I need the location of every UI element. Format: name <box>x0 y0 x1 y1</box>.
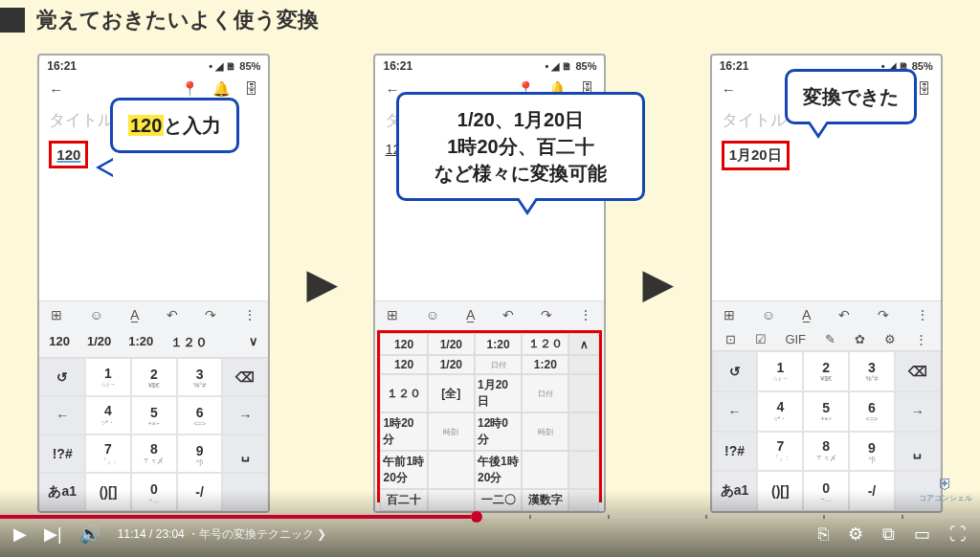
fullscreen-button[interactable]: ⛶ <box>949 524 967 545</box>
key[interactable]: 4○*・ <box>757 391 803 432</box>
captions-button[interactable]: ⎘ <box>818 524 829 545</box>
typed-text-box: 120 <box>49 141 88 168</box>
result-text-box: 1月20日 <box>722 141 790 170</box>
settings-button[interactable]: ⚙ <box>848 524 863 545</box>
candidate-cell[interactable]: 1/20 <box>428 333 475 355</box>
key[interactable]: → <box>895 391 941 432</box>
key[interactable]: 6<=> <box>849 391 895 432</box>
kb-grid-icon[interactable]: ⊞ <box>47 305 66 324</box>
key[interactable]: 2¥$€ <box>803 351 849 391</box>
key[interactable]: 3%°# <box>177 358 223 396</box>
candidate-cell[interactable]: 午前1時20分 <box>380 451 427 489</box>
candidate-expand[interactable]: ∨ <box>245 332 262 353</box>
candidate-cell[interactable]: ∧ <box>568 333 599 355</box>
pin-icon[interactable]: 📍 <box>181 80 199 98</box>
slide-title: 覚えておきたいよく使う変換 <box>36 6 319 34</box>
key[interactable]: 3%°# <box>849 351 895 391</box>
key[interactable]: 7「」: <box>757 432 803 472</box>
key[interactable]: ← <box>39 396 85 434</box>
candidate-cell[interactable] <box>568 412 599 451</box>
candidate-cell[interactable] <box>568 451 599 489</box>
candidate-cell[interactable] <box>522 451 568 489</box>
miniplayer-button[interactable]: ⧉ <box>882 524 895 545</box>
candidate-cell[interactable]: 1:20 <box>475 333 522 355</box>
candidate-cell[interactable]: 1時20分 <box>380 412 427 451</box>
candidate[interactable]: １２０ <box>167 332 212 353</box>
kb-clip-icon[interactable]: ☑ <box>755 332 767 346</box>
key[interactable]: 2¥$€ <box>131 358 177 396</box>
candidate[interactable]: 1:20 <box>124 332 157 353</box>
kb-app-icon[interactable]: ⊡ <box>725 332 736 346</box>
key[interactable]: 1☆♪→ <box>85 358 131 396</box>
key[interactable]: 5+×÷ <box>131 396 177 434</box>
theater-button[interactable]: ▭ <box>914 524 930 545</box>
archive-icon[interactable]: 🗄 <box>244 80 258 98</box>
next-button[interactable]: ▶| <box>44 524 62 545</box>
key[interactable]: ↺ <box>39 358 85 396</box>
key[interactable]: ↺ <box>712 351 758 391</box>
youtube-controls: ▶ ▶| 🔊 11:14 / 23:04 ・年号の変換テクニック ❯ ⎘ ⚙ ⧉… <box>0 511 980 557</box>
candidate-cell[interactable]: 日付 <box>522 374 568 412</box>
back-icon[interactable]: ← <box>49 81 63 98</box>
arrow-1: ▶ <box>307 261 337 305</box>
kb-gear-icon[interactable]: ⚙ <box>884 332 896 346</box>
candidate-cell[interactable]: 1月20日 <box>475 374 522 412</box>
candidates-expanded: 1201/201:20１２０∧1201/20日付1:20１２０[全]1月20日日… <box>377 330 602 502</box>
key[interactable]: ← <box>712 391 758 432</box>
key[interactable]: → <box>222 396 268 434</box>
kb-emoji-icon[interactable]: ☺ <box>85 305 106 324</box>
arrow-2: ▶ <box>643 261 673 305</box>
status-time: 16:21 <box>720 59 749 73</box>
volume-button[interactable]: 🔊 <box>79 524 100 545</box>
key[interactable]: 9^|\ <box>849 432 895 472</box>
candidate[interactable]: 120 <box>45 332 74 353</box>
kb-more-icon[interactable]: ⋮ <box>915 332 927 346</box>
kb-gif-icon[interactable]: GIF <box>785 332 806 346</box>
candidate-cell[interactable]: １２０ <box>380 374 427 412</box>
candidate-cell[interactable]: 日付 <box>475 355 522 374</box>
key[interactable]: ␣ <box>895 432 941 472</box>
candidate-cell[interactable]: 120 <box>380 355 427 374</box>
key[interactable]: ⌫ <box>895 351 941 391</box>
candidate-cell[interactable]: １２０ <box>522 333 568 355</box>
candidate-cell[interactable]: 時刻 <box>428 412 475 451</box>
keyboard-3: ⊞ ☺ A̲ ↶ ↷ ⋮ ⊡ ☑ GIF ✎ ✿ ⚙ ⋮ ↺1☆♪→2¥$€3%… <box>712 301 941 511</box>
key[interactable]: !?# <box>39 434 85 473</box>
keyboard-2: ⊞ ☺ A̲ ↶ ↷ ⋮ 1201/201:20１２０∧1201/20日付1:2… <box>375 301 604 511</box>
candidate[interactable]: 1/20 <box>83 332 115 353</box>
key[interactable]: 7「」: <box>85 434 131 473</box>
title-decoration <box>0 8 25 33</box>
play-button[interactable]: ▶ <box>13 524 27 545</box>
back-icon[interactable]: ← <box>722 81 736 98</box>
candidate-cell[interactable]: 時刻 <box>522 412 568 451</box>
candidate-cell[interactable] <box>568 355 599 374</box>
key[interactable]: 6<=> <box>177 396 223 434</box>
key[interactable]: !?# <box>712 432 758 472</box>
key[interactable]: 9^|\ <box>177 434 223 473</box>
kb-flower-icon[interactable]: ✿ <box>855 332 865 346</box>
candidate-cell[interactable]: [全] <box>428 374 475 412</box>
candidate-cell[interactable]: 12時0分 <box>475 412 522 451</box>
kb-redo-icon[interactable]: ↷ <box>201 305 220 324</box>
kb-more-icon[interactable]: ⋮ <box>239 305 260 324</box>
key[interactable]: 4○*・ <box>85 396 131 434</box>
candidate-cell[interactable] <box>568 374 599 412</box>
status-time: 16:21 <box>47 59 77 73</box>
key[interactable]: 5+×÷ <box>803 391 849 432</box>
key[interactable]: 8〒々〆 <box>803 432 849 472</box>
candidate-cell[interactable]: 1/20 <box>428 355 475 374</box>
key[interactable]: 8〒々〆 <box>131 434 177 473</box>
key[interactable]: ␣ <box>222 434 268 473</box>
candidate-cell[interactable]: 120 <box>380 333 427 355</box>
callout-3: 変換できた <box>785 69 917 124</box>
key[interactable]: ⌫ <box>222 358 268 396</box>
key[interactable]: 1☆♪→ <box>757 351 803 391</box>
candidate-cell[interactable] <box>428 451 475 489</box>
kb-undo-icon[interactable]: ↶ <box>163 305 182 324</box>
candidate-cell[interactable]: 午後1時20分 <box>475 451 522 489</box>
bell-icon[interactable]: 🔔 <box>212 80 231 98</box>
candidate-cell[interactable]: 1:20 <box>522 355 568 374</box>
kb-format-icon[interactable]: A̲ <box>126 305 144 324</box>
kb-pen-icon[interactable]: ✎ <box>825 332 835 346</box>
status-icons: • ◢ 🗎 85% <box>545 60 596 73</box>
